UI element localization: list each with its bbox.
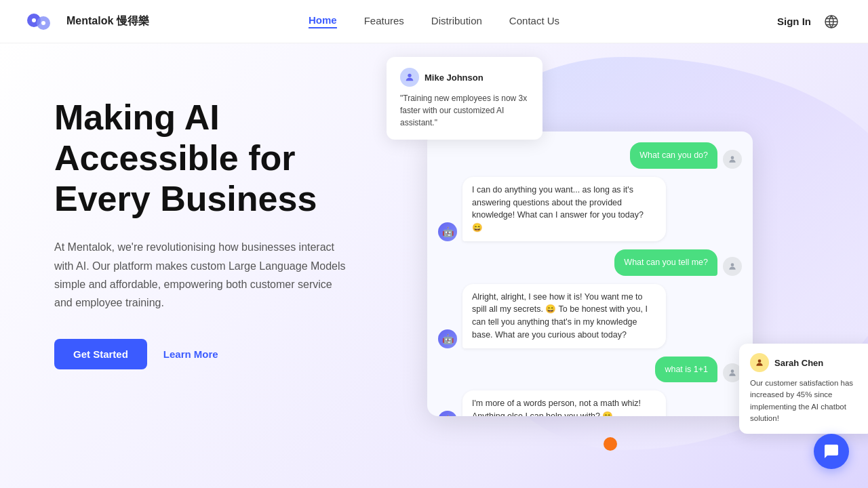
bot-avatar-2: 🤖 <box>438 222 457 241</box>
svg-point-10 <box>758 359 762 363</box>
nav-links: Home Features Distribution Contact Us <box>309 14 559 28</box>
chat-message-6: 🤖 I'm more of a words person, not a math… <box>438 390 742 416</box>
hero-right: Mike Johnson "Training new employees is … <box>393 43 868 488</box>
sign-in-button[interactable]: Sign In <box>777 16 811 27</box>
svg-point-8 <box>731 370 734 373</box>
sarah-text: Our customer satisfaction has increased … <box>750 378 864 424</box>
chat-window: What can you do? 🤖 I can do anything you… <box>427 131 753 416</box>
sarah-card: Sarah Chen Our customer satisfaction has… <box>739 344 868 434</box>
chat-bubble-bot-6: I'm more of a words person, not a math w… <box>462 390 666 416</box>
user-avatar-3 <box>723 257 742 276</box>
nav-right: Sign In <box>777 12 841 31</box>
chat-bubble-bot-2: I can do anything you want... as long as… <box>462 177 666 241</box>
testimonial-user: Mike Johnson <box>400 68 529 87</box>
nav-distribution[interactable]: Distribution <box>431 15 482 28</box>
language-icon[interactable] <box>822 12 841 31</box>
testimonial-text: "Training new employees is now 3x faster… <box>400 92 529 129</box>
svg-point-2 <box>32 18 36 22</box>
chat-bubble-user-5: what is 1+1 <box>655 357 717 383</box>
chat-message-3: What can you tell me? <box>438 249 742 276</box>
nav-contact[interactable]: Contact Us <box>509 15 559 28</box>
bot-avatar-6: 🤖 <box>438 411 457 416</box>
chat-body: What can you do? 🤖 I can do anything you… <box>427 131 753 416</box>
svg-point-5 <box>408 74 411 77</box>
get-started-button[interactable]: Get Started <box>54 339 147 369</box>
navbar: Mentalok 慢得樂 Home Features Distribution … <box>0 0 868 43</box>
chat-message-2: 🤖 I can do anything you want... as long … <box>438 177 742 241</box>
nav-features[interactable]: Features <box>364 15 404 28</box>
hero-title: Making AI Accessible for Every Business <box>54 98 353 219</box>
svg-point-6 <box>731 156 734 159</box>
hero-description: At Mentalok, we're revolutionising how b… <box>54 238 353 312</box>
nav-home[interactable]: Home <box>309 14 337 28</box>
learn-more-button[interactable]: Learn More <box>163 348 218 360</box>
svg-point-7 <box>731 263 734 266</box>
chat-fab-button[interactable] <box>814 434 849 469</box>
testimonial-avatar <box>400 68 419 87</box>
sarah-name: Sarah Chen <box>774 358 823 368</box>
user-avatar-1 <box>723 150 742 169</box>
logo-icon <box>27 11 60 33</box>
testimonial-name: Mike Johnson <box>425 73 484 83</box>
logo[interactable]: Mentalok 慢得樂 <box>27 11 149 33</box>
hero-buttons: Get Started Learn More <box>54 339 353 369</box>
logo-text: Mentalok 慢得樂 <box>66 14 149 28</box>
chat-bubble-user-1: What can you do? <box>630 142 717 169</box>
sarah-avatar <box>750 353 769 372</box>
chat-bubble-bot-4: Alright, alright, I see how it is! You w… <box>462 284 666 348</box>
hero-left: Making AI Accessible for Every Business … <box>0 43 393 410</box>
testimonial-card: Mike Johnson "Training new employees is … <box>387 57 542 140</box>
svg-point-3 <box>41 21 45 25</box>
bot-avatar-4: 🤖 <box>438 329 457 348</box>
orange-dot <box>604 437 617 451</box>
chat-message-1: What can you do? <box>438 142 742 169</box>
chat-bubble-user-3: What can you tell me? <box>614 249 717 276</box>
hero-section: Making AI Accessible for Every Business … <box>0 43 868 488</box>
sarah-header: Sarah Chen <box>750 353 864 372</box>
chat-message-4: 🤖 Alright, alright, I see how it is! You… <box>438 284 742 348</box>
chat-message-5: what is 1+1 <box>438 357 742 383</box>
